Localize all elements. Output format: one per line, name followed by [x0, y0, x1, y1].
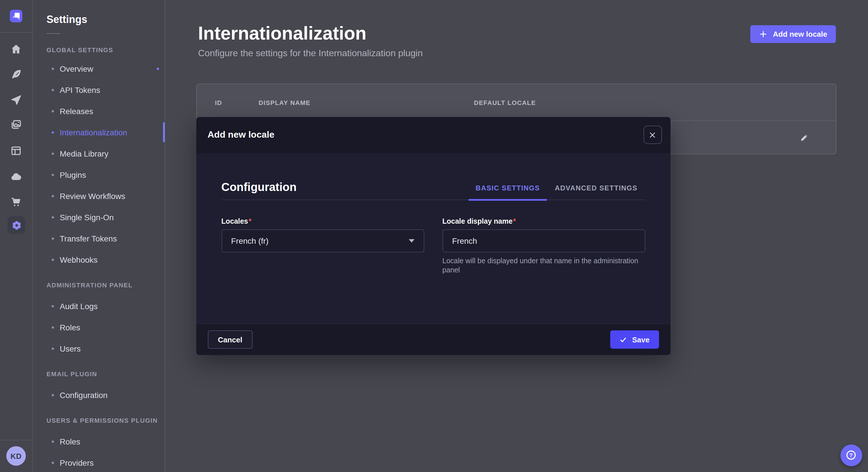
form-fields: Locales* French (fr) Locale display name…: [221, 217, 645, 276]
modal-footer: Cancel Save: [196, 324, 670, 355]
tab-basic-settings[interactable]: BASIC SETTINGS: [468, 184, 547, 199]
question-mark-icon: ?: [845, 449, 857, 461]
deploy-icon[interactable]: [10, 94, 22, 106]
page-title: Internationalization: [198, 23, 367, 44]
configuration-header-row: Configuration BASIC SETTINGS ADVANCED SE…: [221, 180, 645, 200]
bullet-icon: [52, 258, 54, 261]
sidebar-title: Settings: [46, 14, 165, 26]
layouts-icon[interactable]: [10, 144, 22, 157]
bullet-icon: [52, 394, 54, 396]
bullet-icon: [52, 131, 54, 133]
home-icon[interactable]: [10, 43, 22, 56]
bullet-icon: [52, 195, 54, 197]
chevron-down-icon: [408, 239, 414, 242]
bullet-icon: [52, 67, 54, 70]
bullet-icon: [52, 461, 54, 464]
required-marker: *: [513, 217, 516, 225]
locales-select[interactable]: French (fr): [221, 229, 424, 252]
modal-header: Add new locale: [196, 117, 670, 153]
close-modal-button[interactable]: [643, 126, 662, 144]
sidebar-item-audit-logs[interactable]: Audit Logs: [33, 295, 165, 316]
modal-title: Add new locale: [208, 130, 274, 140]
plus-icon: [759, 30, 768, 38]
bullet-icon: [52, 110, 54, 112]
section-header-email-plugin: EMAIL PLUGIN: [46, 370, 165, 377]
strapi-admin: KD Settings GLOBAL SETTINGS Overview API…: [0, 0, 868, 472]
bullet-icon: [52, 173, 54, 176]
sidebar-item-internationalization[interactable]: Internationalization: [33, 122, 165, 143]
cloud-icon[interactable]: [10, 170, 22, 183]
gear-icon: [10, 219, 23, 231]
save-button[interactable]: Save: [610, 330, 659, 349]
sidebar-item-review-workflows[interactable]: Review Workflows: [33, 185, 165, 206]
strapi-logo-icon: [10, 10, 22, 22]
display-name-field: Locale display name* Locale will be disp…: [442, 217, 645, 276]
sidebar-item-overview[interactable]: Overview: [33, 58, 165, 79]
settings-sidebar: Settings GLOBAL SETTINGS Overview API To…: [33, 0, 165, 472]
column-header-default-locale: DEFAULT LOCALE: [474, 99, 836, 106]
column-header-id: ID: [215, 99, 259, 106]
global-settings-list: Overview API Tokens Releases Internation…: [33, 58, 165, 270]
content-builder-icon[interactable]: [10, 68, 22, 81]
notification-dot: [157, 67, 159, 70]
sidebar-item-releases[interactable]: Releases: [33, 100, 165, 122]
sidebar-item-single-sign-on[interactable]: Single Sign-On: [33, 206, 165, 228]
settings-rail-item[interactable]: [7, 216, 25, 234]
bullet-icon: [52, 216, 54, 218]
bullet-icon: [52, 347, 54, 349]
sidebar-item-media-library[interactable]: Media Library: [33, 143, 165, 164]
users-permissions-list: Roles Providers: [33, 431, 165, 472]
sidebar-item-api-tokens[interactable]: API Tokens: [33, 79, 165, 100]
user-avatar[interactable]: KD: [6, 446, 26, 466]
bullet-icon: [52, 89, 54, 91]
rail-divider: [0, 440, 33, 440]
bullet-icon: [52, 326, 54, 328]
page-subtitle: Configure the settings for the Internati…: [198, 48, 423, 59]
title-divider: [46, 33, 60, 34]
marketplace-icon[interactable]: [10, 196, 22, 208]
pencil-icon: [799, 132, 810, 143]
sidebar-item-plugins[interactable]: Plugins: [33, 164, 165, 185]
modal-body: Configuration BASIC SETTINGS ADVANCED SE…: [196, 153, 670, 324]
display-name-helper: Locale will be displayed under that name…: [442, 256, 641, 276]
locales-label: Locales*: [221, 217, 424, 225]
svg-text:?: ?: [849, 452, 853, 458]
display-name-label: Locale display name*: [442, 217, 645, 225]
tab-advanced-settings[interactable]: ADVANCED SETTINGS: [547, 184, 645, 199]
sidebar-item-transfer-tokens[interactable]: Transfer Tokens: [33, 228, 165, 249]
locales-field: Locales* French (fr): [221, 217, 424, 276]
rail-divider: [0, 32, 33, 33]
sidebar-item-email-configuration[interactable]: Configuration: [33, 384, 165, 405]
sidebar-item-up-providers[interactable]: Providers: [33, 452, 165, 472]
media-library-icon[interactable]: [10, 118, 22, 131]
cancel-button[interactable]: Cancel: [208, 330, 253, 349]
help-button[interactable]: ?: [840, 444, 862, 466]
add-new-locale-button[interactable]: Add new locale: [751, 25, 836, 43]
configuration-title: Configuration: [221, 180, 297, 194]
table-header-row: ID DISPLAY NAME DEFAULT LOCALE: [197, 84, 836, 121]
required-marker: *: [249, 217, 251, 225]
email-plugin-list: Configuration: [33, 384, 165, 405]
bullet-icon: [52, 237, 54, 239]
bullet-icon: [52, 305, 54, 307]
settings-tabs: BASIC SETTINGS ADVANCED SETTINGS: [468, 184, 645, 199]
sidebar-item-up-roles[interactable]: Roles: [33, 431, 165, 452]
bullet-icon: [52, 440, 54, 442]
section-header-users-permissions: USERS & PERMISSIONS PLUGIN: [46, 417, 165, 424]
check-icon: [619, 336, 627, 343]
display-name-input[interactable]: [442, 229, 645, 252]
sidebar-item-admin-roles[interactable]: Roles: [33, 316, 165, 338]
strapi-logo[interactable]: [10, 10, 22, 22]
admin-panel-list: Audit Logs Roles Users: [33, 295, 165, 359]
edit-locale-button[interactable]: [797, 130, 812, 145]
sidebar-item-webhooks[interactable]: Webhooks: [33, 249, 165, 270]
icon-rail: KD: [0, 0, 33, 472]
section-header-admin-panel: ADMINISTRATION PANEL: [46, 281, 165, 289]
column-header-display-name: DISPLAY NAME: [259, 99, 474, 106]
section-header-global: GLOBAL SETTINGS: [46, 46, 165, 53]
bullet-icon: [52, 152, 54, 155]
close-icon: [649, 131, 656, 139]
sidebar-item-admin-users[interactable]: Users: [33, 338, 165, 359]
add-locale-modal: Add new locale Configuration BASIC SETTI…: [196, 117, 670, 355]
